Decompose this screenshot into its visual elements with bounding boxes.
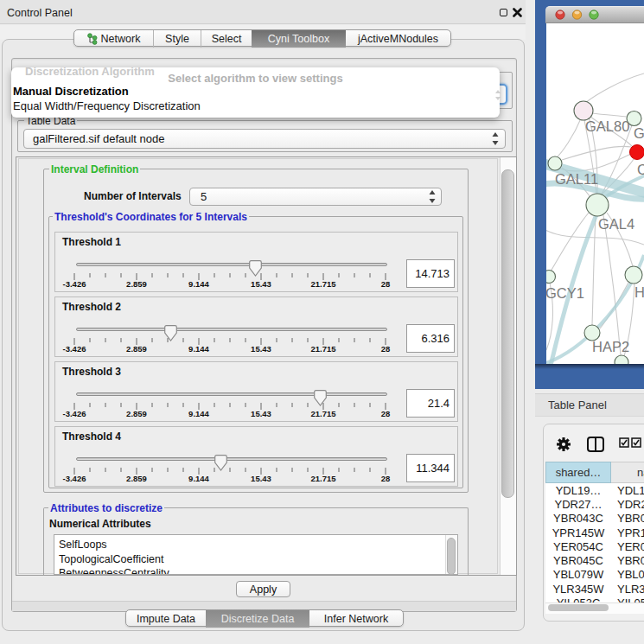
svg-text:H: H [634,284,644,300]
svg-text:GAL4: GAL4 [598,216,634,232]
svg-text:GCY1: GCY1 [546,285,584,301]
svg-text:C: C [637,162,644,177]
svg-text:GAL11: GAL11 [555,171,598,187]
svg-text:GAL80: GAL80 [585,118,629,134]
svg-text:G.: G. [634,125,644,141]
svg-text:HAP2: HAP2 [592,339,629,354]
